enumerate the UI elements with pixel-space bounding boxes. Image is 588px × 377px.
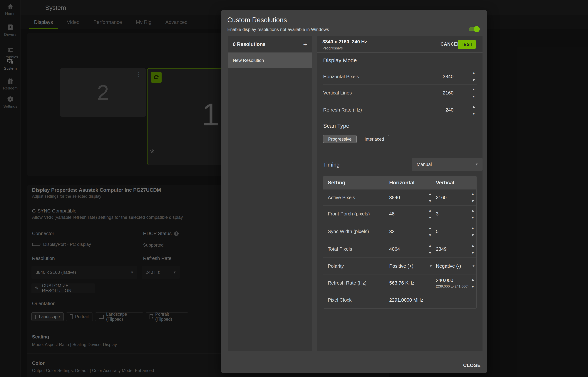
refresh-rate-row: Refresh Rate (Hz) 240 ▲ ▼	[323, 101, 476, 119]
value-stepper[interactable]: ▲▼	[471, 278, 475, 288]
stepper-down-icon[interactable]: ▼	[471, 216, 475, 219]
row-label: Front Porch (pixels)	[328, 211, 389, 217]
stepper-up-icon[interactable]: ▲	[472, 87, 475, 91]
timing-label: Timing	[323, 162, 340, 168]
scan-progressive-button[interactable]: Progressive	[323, 135, 357, 143]
stepper-down-icon[interactable]: ▼	[428, 216, 432, 219]
column-header: Setting	[328, 180, 389, 186]
resolution-detail-panel: 3840 x 2160, 240 Hz Progressive CANCEL T…	[317, 36, 483, 351]
stepper-up-icon[interactable]: ▲	[471, 278, 475, 281]
chevron-down-icon: ▾	[430, 264, 432, 269]
resolutions-count: 0 Resolutions	[233, 42, 266, 47]
value-stepper[interactable]: ▲▼	[428, 226, 432, 237]
value-stepper[interactable]: ▲▼	[471, 192, 475, 203]
cell-value: Positive (+)	[389, 263, 413, 269]
chevron-down-icon: ▾	[476, 162, 478, 167]
value-stepper[interactable]: ▲▼	[428, 244, 432, 255]
scan-type-heading: Scan Type	[323, 123, 349, 129]
cell-value: 563.76 KHz	[389, 280, 414, 286]
stepper-down-icon[interactable]: ▼	[471, 285, 475, 288]
table-row-total-pixels: Total Pixels 4064▲▼ 2349▲▼	[323, 241, 476, 257]
polarity-vertical-select[interactable]: Negative (-)▾	[436, 263, 476, 269]
resolutions-list-panel: 0 Resolutions + New Resolution	[228, 36, 312, 351]
cell-value[interactable]: 2349	[436, 246, 447, 252]
row-label: Sync Width (pixels)	[328, 229, 389, 234]
column-header: Vertical	[436, 180, 476, 186]
field-value[interactable]: 2160	[409, 90, 453, 96]
cell-value[interactable]: 48	[389, 211, 395, 217]
value-stepper[interactable]: ▲▼	[428, 209, 432, 219]
display-mode-rows: Horizontal Pixels 3840 ▲ ▼ Vertical Line…	[323, 69, 476, 119]
cell-value-range: (239.000 to 241.000)	[436, 284, 468, 288]
scan-option-label: Interlaced	[365, 137, 384, 142]
stepper-up-icon[interactable]: ▲	[428, 244, 432, 247]
custom-resolutions-modal: Custom Resolutions Enable display resolu…	[221, 10, 487, 373]
stepper-up-icon[interactable]: ▲	[471, 226, 475, 230]
modal-title: Custom Resolutions	[227, 16, 287, 24]
modal-subtitle: Enable display resolutions not available…	[227, 27, 329, 32]
resolution-list-item-label: New Resolution	[233, 58, 264, 63]
resolutions-list-header: 0 Resolutions +	[228, 36, 312, 53]
stepper-up-icon[interactable]: ▲	[471, 192, 475, 196]
close-button[interactable]: CLOSE	[458, 363, 481, 368]
value-stepper[interactable]: ▲ ▼	[472, 105, 475, 115]
vertical-lines-row: Vertical Lines 2160 ▲ ▼	[323, 85, 476, 101]
stepper-down-icon[interactable]: ▼	[428, 251, 432, 255]
stepper-up-icon[interactable]: ▲	[428, 226, 432, 230]
stepper-down-icon[interactable]: ▼	[471, 251, 475, 255]
cell-value[interactable]: 3840	[389, 195, 400, 200]
timing-table: Setting Horizontal Vertical Active Pixel…	[323, 176, 476, 309]
stepper-down-icon[interactable]: ▼	[428, 234, 432, 237]
stepper-down-icon[interactable]: ▼	[472, 112, 475, 115]
stepper-up-icon[interactable]: ▲	[428, 209, 432, 212]
cell-value[interactable]: 240.000	[436, 278, 453, 283]
stepper-down-icon[interactable]: ▼	[428, 199, 432, 203]
table-row-sync-width: Sync Width (pixels) 32▲▼ 5▲▼	[323, 222, 476, 241]
cell-value[interactable]: 4064	[389, 246, 400, 252]
value-stepper[interactable]: ▲ ▼	[472, 71, 475, 82]
enable-custom-resolutions-toggle[interactable]	[469, 26, 480, 32]
detail-title: 3840 x 2160, 240 Hz	[322, 39, 367, 45]
resolution-list-item-selected[interactable]: New Resolution	[228, 53, 312, 68]
scan-interlaced-button[interactable]: Interlaced	[360, 135, 389, 143]
toggle-knob	[474, 26, 480, 32]
cell-value[interactable]: 3	[436, 211, 439, 217]
cell-value[interactable]: 2160	[436, 195, 447, 200]
stepper-up-icon[interactable]: ▲	[472, 71, 475, 75]
stepper-down-icon[interactable]: ▼	[472, 78, 475, 82]
cell-value[interactable]: 32	[389, 229, 395, 234]
stepper-up-icon[interactable]: ▲	[428, 192, 432, 196]
row-label: Refresh Rate (Hz)	[328, 280, 389, 286]
cell-value[interactable]: 5	[436, 229, 439, 234]
field-value[interactable]: 3840	[409, 74, 453, 80]
value-stepper[interactable]: ▲ ▼	[472, 87, 475, 98]
row-label: Polarity	[328, 263, 389, 269]
horizontal-pixels-row: Horizontal Pixels 3840 ▲ ▼	[323, 69, 476, 85]
timing-select-value: Manual	[417, 162, 432, 167]
scan-option-label: Progressive	[328, 137, 352, 142]
row-label: Active Pixels	[328, 195, 389, 200]
value-stepper[interactable]: ▲▼	[428, 192, 432, 203]
value-stepper[interactable]: ▲▼	[471, 244, 475, 255]
stepper-up-icon[interactable]: ▲	[471, 209, 475, 212]
cell-value: Negative (-)	[436, 263, 461, 269]
stepper-down-icon[interactable]: ▼	[471, 234, 475, 237]
polarity-horizontal-select[interactable]: Positive (+)▾	[389, 263, 432, 269]
add-resolution-icon[interactable]: +	[303, 41, 307, 48]
detail-header: 3840 x 2160, 240 Hz Progressive CANCEL T…	[317, 36, 483, 53]
cell-value: 2291.0000 MHz	[389, 297, 423, 303]
field-label: Vertical Lines	[323, 90, 409, 96]
stepper-down-icon[interactable]: ▼	[472, 95, 475, 98]
stepper-up-icon[interactable]: ▲	[471, 244, 475, 247]
row-label: Pixel Clock	[328, 297, 389, 303]
table-row-refresh-rate: Refresh Rate (Hz) 563.76 KHz 240.000(239…	[323, 275, 476, 291]
field-value[interactable]: 240	[409, 107, 453, 113]
stepper-down-icon[interactable]: ▼	[471, 199, 475, 203]
test-button[interactable]: TEST	[458, 40, 476, 49]
value-stepper[interactable]: ▲▼	[471, 226, 475, 237]
stepper-up-icon[interactable]: ▲	[472, 105, 475, 108]
value-stepper[interactable]: ▲▼	[471, 209, 475, 219]
cancel-button[interactable]: CANCEL	[441, 42, 460, 47]
timing-select[interactable]: Manual ▾	[412, 158, 483, 171]
table-row-front-porch: Front Porch (pixels) 48▲▼ 3▲▼	[323, 205, 476, 222]
